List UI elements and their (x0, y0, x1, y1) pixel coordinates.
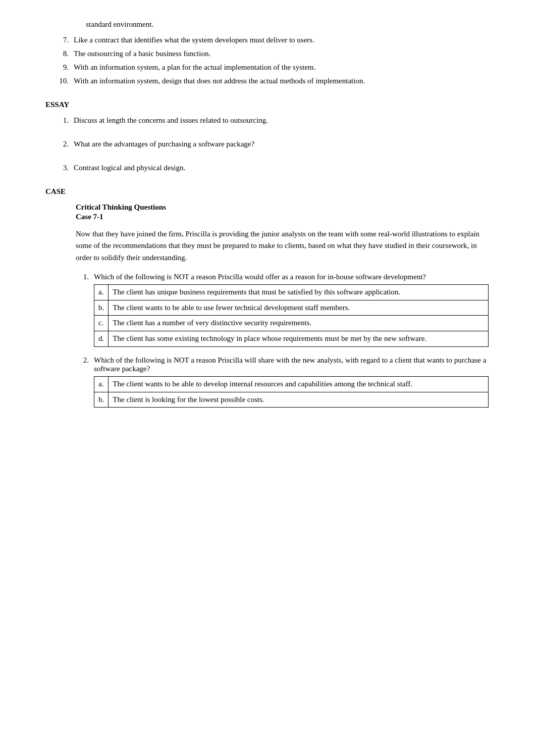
case-subtitle2: Case 7-1 (76, 213, 489, 221)
essay-list-item: 3.Contrast logical and physical design. (45, 164, 489, 172)
case-indent: Critical Thinking Questions Case 7-1 Now… (45, 203, 489, 408)
answer-letter: b. (94, 392, 109, 408)
list-item: 7.Like a contract that identifies what t… (45, 36, 489, 44)
essay-list: 1.Discuss at length the concerns and iss… (45, 116, 489, 172)
case-question-item: 1. Which of the following is NOT a reaso… (76, 273, 489, 347)
essay-section: ESSAY 1.Discuss at length the concerns a… (45, 100, 489, 172)
table-row: b. The client wants to be able to use fe… (94, 300, 489, 316)
list-item: 8.The outsourcing of a basic business fu… (45, 49, 489, 58)
answer-table: a. The client wants to be able to develo… (94, 376, 489, 408)
answer-letter: b. (94, 300, 109, 316)
answer-text: The client has some existing technology … (109, 331, 489, 347)
answer-table: a. The client has unique business requir… (94, 284, 489, 347)
case-section: CASE Critical Thinking Questions Case 7-… (45, 187, 489, 408)
question-text: Which of the following is NOT a reason P… (94, 273, 426, 281)
table-row: b. The client is looking for the lowest … (94, 392, 489, 408)
list-item: 9.With an information system, a plan for… (45, 63, 489, 72)
answer-letter: a. (94, 376, 109, 392)
numbered-list: 7.Like a contract that identifies what t… (45, 36, 489, 85)
case-subtitle1: Critical Thinking Questions (76, 203, 489, 212)
essay-list-item: 1.Discuss at length the concerns and iss… (45, 116, 489, 125)
answer-text: The client has a number of very distinct… (109, 316, 489, 331)
case-question-list: 1. Which of the following is NOT a reaso… (76, 273, 489, 408)
answer-letter: c. (94, 316, 109, 331)
question-text: Which of the following is NOT a reason P… (94, 356, 486, 373)
essay-heading: ESSAY (45, 100, 489, 109)
case-question-item: 2. Which of the following is NOT a reaso… (76, 356, 489, 408)
answer-text: The client has unique business requireme… (109, 284, 489, 300)
answer-text: The client wants to be able to develop i… (109, 376, 489, 392)
table-row: c. The client has a number of very disti… (94, 316, 489, 331)
answer-letter: d. (94, 331, 109, 347)
table-row: a. The client wants to be able to develo… (94, 376, 489, 392)
page-container: standard environment. 7.Like a contract … (0, 0, 534, 447)
intro-text: standard environment. (45, 20, 489, 29)
answer-text: The client wants to be able to use fewer… (109, 300, 489, 316)
table-row: a. The client has unique business requir… (94, 284, 489, 300)
list-item: 10.With an information system, design th… (45, 77, 489, 85)
answer-letter: a. (94, 284, 109, 300)
answer-text: The client is looking for the lowest pos… (109, 392, 489, 408)
essay-list-item: 2.What are the advantages of purchasing … (45, 140, 489, 148)
table-row: d. The client has some existing technolo… (94, 331, 489, 347)
case-intro: Now that they have joined the firm, Pris… (76, 228, 489, 264)
case-heading: CASE (45, 187, 489, 196)
